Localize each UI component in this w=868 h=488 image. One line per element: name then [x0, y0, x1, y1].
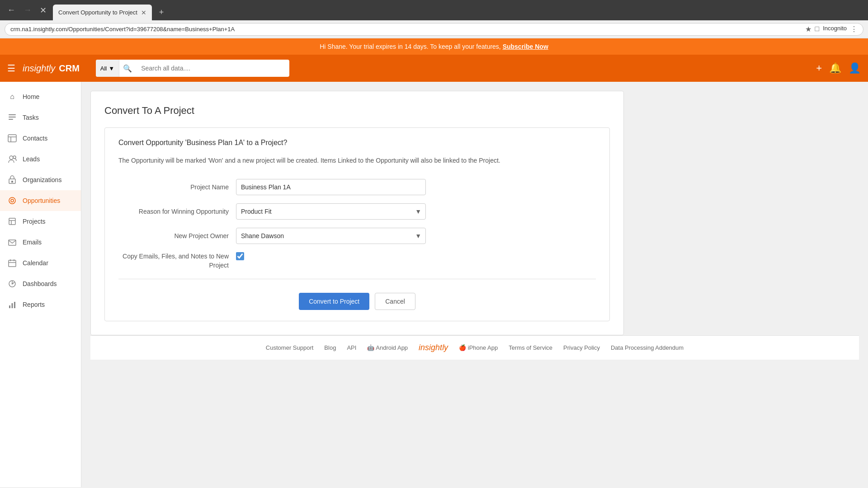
svg-point-6	[9, 156, 13, 160]
nav-buttons: ← → ✕	[5, 4, 49, 17]
footer-customer-support[interactable]: Customer Support	[266, 344, 314, 351]
menu-icon[interactable]: ⋮	[850, 25, 858, 33]
cancel-button[interactable]: Cancel	[375, 293, 415, 310]
reload-button[interactable]: ✕	[37, 4, 49, 17]
svg-rect-9	[11, 181, 13, 183]
forward-button[interactable]: →	[21, 4, 34, 17]
subscribe-link[interactable]: Subscribe Now	[503, 43, 548, 50]
sidebar-item-tasks[interactable]: Tasks	[0, 107, 81, 128]
footer-terms[interactable]: Terms of Service	[509, 344, 552, 351]
new-tab-button[interactable]: +	[156, 6, 168, 19]
search-type-dropdown[interactable]: All ▼	[96, 60, 119, 77]
sidebar-item-projects[interactable]: Projects	[0, 211, 81, 232]
profile-icon[interactable]: □	[815, 25, 820, 33]
tasks-icon	[7, 113, 17, 122]
copy-label: Copy Emails, Files, and Notes to New Pro…	[118, 252, 236, 270]
leads-icon	[7, 154, 17, 164]
owner-control: Shane Dawson ▼	[236, 228, 426, 244]
sidebar-label-tasks: Tasks	[23, 114, 39, 121]
search-input[interactable]	[136, 65, 289, 72]
hamburger-icon[interactable]: ☰	[7, 63, 15, 74]
footer-api[interactable]: API	[347, 344, 356, 351]
footer-privacy[interactable]: Privacy Policy	[563, 344, 600, 351]
sidebar-label-organizations: Organizations	[23, 176, 61, 183]
calendar-icon	[7, 258, 17, 268]
sidebar-label-calendar: Calendar	[23, 259, 48, 267]
app-header: ☰ insightly CRM All ▼ 🔍 + 🔔 👤	[0, 55, 868, 82]
footer-iphone-app[interactable]: 🍎 iPhone App	[459, 344, 498, 351]
add-icon[interactable]: +	[816, 62, 822, 74]
sidebar-item-leads[interactable]: Leads	[0, 149, 81, 169]
sidebar-item-opportunities[interactable]: Opportunities	[0, 190, 81, 211]
user-avatar-icon[interactable]: 👤	[849, 62, 861, 74]
logo-insightly: insightly	[23, 63, 55, 74]
search-area: All ▼ 🔍	[96, 60, 289, 77]
sidebar-label-leads: Leads	[23, 155, 40, 163]
footer-blog[interactable]: Blog	[324, 344, 336, 351]
reason-label: Reason for Winning Opportunity	[118, 208, 236, 215]
content-area: Convert To A Project Convert Opportunity…	[81, 82, 868, 487]
sidebar-label-contacts: Contacts	[23, 135, 47, 142]
dashboards-icon	[7, 279, 17, 289]
reason-select[interactable]: Product Fit Price Relationship Other	[236, 203, 426, 220]
address-bar-row: crm.na1.insightly.com/Opportunities/Conv…	[0, 20, 868, 38]
trial-banner: Hi Shane. Your trial expires in 14 days.…	[0, 38, 868, 55]
copy-checkbox[interactable]	[236, 252, 244, 260]
reason-row: Reason for Winning Opportunity Product F…	[118, 203, 596, 220]
reports-icon	[7, 300, 17, 310]
info-text: The Opportunity will be marked 'Won' and…	[118, 156, 596, 165]
copy-row: Copy Emails, Files, and Notes to New Pro…	[118, 252, 596, 270]
tab-title: Convert Opportunity to Project	[58, 9, 137, 16]
reason-control: Product Fit Price Relationship Other ▼	[236, 203, 426, 220]
form-card: Convert Opportunity 'Business Plan 1A' t…	[104, 127, 610, 321]
address-bar[interactable]: crm.na1.insightly.com/Opportunities/Conv…	[5, 23, 863, 36]
header-actions: + 🔔 👤	[816, 62, 861, 74]
sidebar-label-projects: Projects	[23, 218, 46, 225]
incognito-label: Incognito	[823, 25, 847, 33]
emails-icon	[7, 237, 17, 247]
dropdown-arrow-icon: ▼	[108, 65, 114, 72]
sidebar-item-dashboards[interactable]: Dashboards	[0, 273, 81, 294]
tab-close-icon[interactable]: ✕	[141, 9, 146, 16]
svg-point-7	[13, 156, 16, 159]
search-icon: 🔍	[119, 64, 136, 73]
search-type-label: All	[100, 65, 107, 72]
svg-rect-15	[9, 240, 16, 245]
page-title: Convert To A Project	[104, 105, 610, 117]
footer-android-app[interactable]: 🤖 Android App	[367, 344, 408, 351]
logo-crm: CRM	[59, 63, 80, 74]
copy-checkbox-control	[236, 252, 244, 260]
project-name-control	[236, 179, 426, 195]
browser-tab[interactable]: Convert Opportunity to Project ✕	[53, 5, 152, 20]
convert-to-project-button[interactable]: Convert to Project	[299, 293, 369, 310]
svg-rect-2	[9, 119, 13, 120]
sidebar: ⌂ Home Tasks Contacts Leads Organizati	[0, 82, 81, 487]
svg-rect-0	[9, 114, 16, 115]
projects-icon	[7, 216, 17, 226]
sidebar-item-contacts[interactable]: Contacts	[0, 128, 81, 149]
address-icons: ★ □ Incognito ⋮	[805, 25, 858, 33]
footer-logo: insightly	[419, 343, 448, 352]
project-name-input[interactable]	[236, 179, 426, 195]
opportunities-icon	[7, 196, 17, 206]
button-row: Convert to Project Cancel	[118, 288, 596, 310]
project-name-label: Project Name	[118, 183, 236, 191]
trial-text: Hi Shane. Your trial expires in 14 days.…	[320, 43, 501, 50]
footer-data-processing[interactable]: Data Processing Addendum	[611, 344, 684, 351]
bookmark-icon[interactable]: ★	[805, 25, 811, 33]
back-button[interactable]: ←	[5, 4, 18, 17]
sidebar-item-organizations[interactable]: Organizations	[0, 169, 81, 190]
sidebar-label-dashboards: Dashboards	[23, 280, 57, 287]
sidebar-item-home[interactable]: ⌂ Home	[0, 86, 81, 107]
svg-point-10	[9, 197, 15, 204]
sidebar-item-reports[interactable]: Reports	[0, 294, 81, 315]
home-icon: ⌂	[7, 92, 17, 102]
svg-rect-24	[14, 302, 15, 308]
form-divider	[118, 279, 596, 279]
organizations-icon	[7, 175, 17, 185]
sidebar-item-emails[interactable]: Emails	[0, 232, 81, 253]
owner-select[interactable]: Shane Dawson	[236, 228, 426, 244]
sidebar-item-calendar[interactable]: Calendar	[0, 253, 81, 273]
sidebar-label-opportunities: Opportunities	[23, 197, 60, 204]
notifications-icon[interactable]: 🔔	[829, 62, 841, 74]
